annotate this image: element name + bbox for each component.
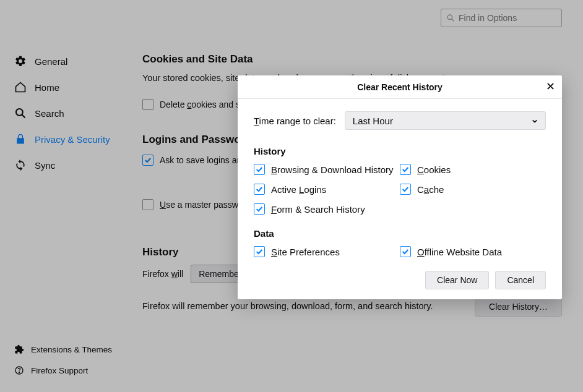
time-range-select[interactable]: Last Hour	[345, 111, 546, 130]
check-cache[interactable]: Cache	[400, 184, 546, 195]
dialog-close-button[interactable]	[543, 80, 557, 94]
time-range-value: Last Hour	[353, 116, 393, 126]
checkbox-label: Offline Website Data	[417, 247, 502, 257]
checkbox-icon	[254, 184, 265, 195]
checkbox-label: Form & Search History	[271, 204, 365, 215]
clear-history-dialog: Clear Recent History Time range to clear…	[238, 75, 562, 299]
check-form-search[interactable]: Form & Search History	[254, 203, 400, 215]
check-site-preferences[interactable]: Site Preferences	[254, 246, 400, 257]
dialog-titlebar: Clear Recent History	[238, 75, 562, 99]
checkbox-icon	[254, 164, 265, 175]
history-group-heading: History	[254, 146, 546, 156]
checkbox-label: Site Preferences	[271, 247, 340, 257]
checkbox-label: Cache	[417, 184, 444, 195]
checkbox-icon	[254, 246, 265, 257]
cancel-button[interactable]: Cancel	[495, 271, 546, 289]
check-offline-data[interactable]: Offline Website Data	[400, 246, 546, 257]
checkbox-icon	[400, 184, 411, 195]
close-icon	[546, 82, 555, 92]
check-cookies[interactable]: Cookies	[400, 164, 546, 175]
time-range-label: Time range to clear:	[254, 116, 336, 126]
checkbox-icon	[254, 203, 265, 215]
checkbox-icon	[400, 164, 411, 175]
data-group-heading: Data	[254, 228, 546, 239]
chevron-down-icon	[532, 116, 538, 126]
dialog-title-text: Clear Recent History	[357, 82, 443, 92]
checkbox-label: Cookies	[417, 164, 451, 175]
check-active-logins[interactable]: Active Logins	[254, 184, 400, 195]
checkbox-label: Browsing & Download History	[271, 164, 394, 175]
check-browsing-download[interactable]: Browsing & Download History	[254, 164, 400, 175]
checkbox-icon	[400, 246, 411, 257]
checkbox-label: Active Logins	[271, 184, 326, 195]
clear-now-button[interactable]: Clear Now	[425, 271, 489, 289]
